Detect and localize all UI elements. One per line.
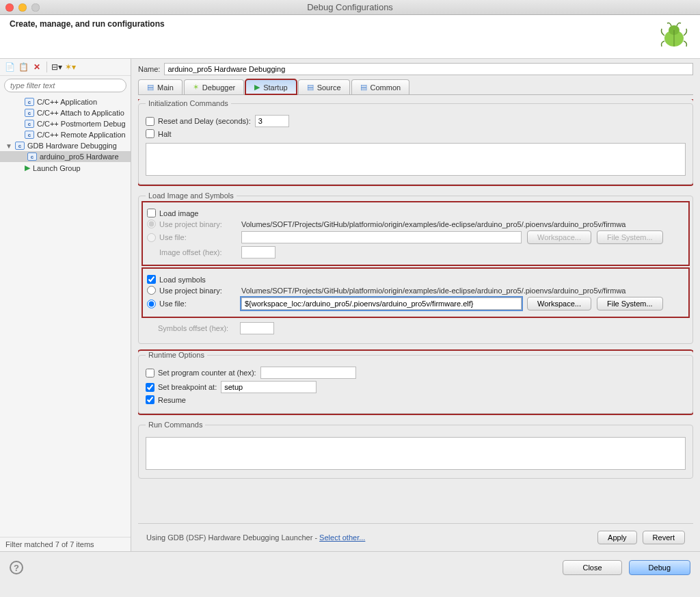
set-breakpoint-checkbox[interactable] <box>146 383 154 392</box>
launcher-text: Using GDB (DSF) Hardware Debugging Launc… <box>146 533 365 542</box>
load-legend: Load Image and Symbols <box>146 191 237 200</box>
filter-input[interactable] <box>4 79 126 92</box>
dialog-footer: ? Close Debug <box>0 551 700 583</box>
filter-status: Filter matched 7 of 7 items <box>0 537 131 551</box>
name-input[interactable] <box>164 63 693 75</box>
delete-config-icon[interactable]: ✕ <box>31 62 42 72</box>
debugger-tab-icon: ✶ <box>193 83 199 92</box>
header: Create, manage, and run configurations <box>0 15 700 59</box>
revert-button[interactable]: Revert <box>643 531 685 544</box>
symbols-file-input[interactable] <box>241 297 522 310</box>
tree-item-cpp-app[interactable]: cC/C++ Application <box>0 96 131 107</box>
help-icon[interactable]: ? <box>10 561 23 574</box>
tab-debugger[interactable]: ✶Debugger <box>184 79 244 94</box>
symbols-project-binary-radio[interactable] <box>147 286 156 295</box>
panel-footer: Using GDB (DSF) Hardware Debugging Launc… <box>138 523 693 551</box>
symbols-binary-path: Volumes/SOFT/Projects/GitHub/platformio/… <box>241 287 684 295</box>
tree-item-cpp-postmortem[interactable]: cC/C++ Postmortem Debug <box>0 118 131 129</box>
runtime-options-group: Runtime Options Set program counter at (… <box>138 351 693 414</box>
startup-tab-icon: ▶ <box>254 83 260 92</box>
load-symbols-section: Load symbols Use project binary:Volumes/… <box>142 267 690 318</box>
tree-item-cpp-attach[interactable]: cC/C++ Attach to Applicatio <box>0 107 131 118</box>
load-symbols-checkbox[interactable] <box>147 275 156 284</box>
titlebar: Debug Configurations <box>0 0 700 15</box>
sidebar-toolbar: 📄 📋 ✕ ⊟▾ ✶▾ <box>0 59 131 76</box>
set-pc-input[interactable] <box>260 367 356 379</box>
c-badge-icon: c <box>25 131 34 139</box>
runtime-legend: Runtime Options <box>146 351 207 359</box>
c-badge-icon: c <box>25 109 34 117</box>
image-offset-input <box>241 246 275 258</box>
config-tree: cC/C++ Application cC/C++ Attach to Appl… <box>0 95 131 175</box>
duplicate-config-icon[interactable]: 📋 <box>18 62 29 72</box>
load-image-section: Load image Use project binary:Volumes/SO… <box>142 201 690 266</box>
init-commands-textarea[interactable] <box>146 143 686 176</box>
tabs: ▤Main ✶Debugger ▶Startup ▤Source ▤Common <box>138 79 693 95</box>
tree-item-launch-group[interactable]: ▶Launch Group <box>0 162 131 174</box>
set-pc-checkbox[interactable] <box>146 369 154 377</box>
runcmd-legend: Run Commands <box>146 421 205 429</box>
window-title: Debug Configurations <box>0 2 700 12</box>
halt-row: Halt <box>146 129 172 138</box>
tab-startup[interactable]: ▶Startup <box>245 79 296 94</box>
load-image-checkbox[interactable] <box>147 209 156 217</box>
image-workspace-button: Workspace... <box>527 230 591 244</box>
image-project-binary-radio <box>147 220 156 228</box>
symbols-workspace-button[interactable]: Workspace... <box>527 297 591 310</box>
apply-button[interactable]: Apply <box>597 531 637 544</box>
symbols-filesystem-button[interactable]: File System... <box>597 297 663 310</box>
reset-delay-row: Reset and Delay (seconds): <box>146 117 251 126</box>
name-label: Name: <box>138 65 160 73</box>
symbols-offset-input <box>240 322 274 334</box>
resume-checkbox[interactable] <box>146 395 154 404</box>
source-tab-icon: ▤ <box>307 83 314 92</box>
run-commands-group: Run Commands <box>138 421 693 479</box>
name-row: Name: <box>138 63 693 75</box>
init-commands-group: Initialization Commands Reset and Delay … <box>138 99 693 185</box>
run-commands-textarea[interactable] <box>146 437 686 470</box>
tab-main[interactable]: ▤Main <box>138 79 183 94</box>
c-badge-icon: c <box>27 152 37 161</box>
set-breakpoint-input[interactable] <box>221 381 317 393</box>
toolbar-separator <box>46 62 47 72</box>
tab-source[interactable]: ▤Source <box>298 79 350 94</box>
reset-delay-checkbox[interactable] <box>146 117 154 126</box>
new-config-icon[interactable]: 📄 <box>4 62 15 72</box>
tab-common[interactable]: ▤Common <box>351 79 410 94</box>
c-badge-icon: c <box>25 98 34 106</box>
c-badge-icon: c <box>15 142 25 150</box>
main: 📄 📋 ✕ ⊟▾ ✶▾ cC/C++ Application cC/C++ At… <box>0 59 700 551</box>
image-use-file-radio <box>147 233 156 242</box>
c-badge-icon: c <box>25 120 34 128</box>
tab-content: Initialization Commands Reset and Delay … <box>138 99 693 523</box>
sidebar: 📄 📋 ✕ ⊟▾ ✶▾ cC/C++ Application cC/C++ At… <box>0 59 131 551</box>
image-binary-path: Volumes/SOFT/Projects/GitHub/platformio/… <box>241 220 684 228</box>
filter-icon[interactable]: ✶▾ <box>65 62 76 72</box>
main-tab-icon: ▤ <box>147 83 154 92</box>
play-icon: ▶ <box>25 163 30 172</box>
symbols-offset-label: Symbols offset (hex): <box>146 324 234 332</box>
header-subtitle: Create, manage, and run configurations <box>10 19 165 29</box>
expand-arrow-icon[interactable]: ▼ <box>5 142 12 150</box>
load-group: Load Image and Symbols Load image Use pr… <box>138 191 693 344</box>
collapse-icon[interactable]: ⊟▾ <box>51 62 62 72</box>
halt-checkbox[interactable] <box>146 129 154 138</box>
tree-item-arduino-pro5[interactable]: carduino_pro5 Hardware <box>0 151 131 162</box>
tree-item-cpp-remote[interactable]: cC/C++ Remote Application <box>0 129 131 140</box>
debug-button[interactable]: Debug <box>629 560 690 575</box>
bug-icon <box>658 19 690 53</box>
tree-item-gdb-hw[interactable]: ▼cGDB Hardware Debugging <box>0 140 131 151</box>
image-file-input <box>241 231 522 243</box>
select-launcher-link[interactable]: Select other... <box>319 533 365 542</box>
close-button[interactable]: Close <box>563 560 621 575</box>
image-filesystem-button: File System... <box>597 230 663 244</box>
image-offset-label: Image offset (hex): <box>147 248 236 256</box>
config-panel: Name: ▤Main ✶Debugger ▶Startup ▤Source ▤… <box>131 59 700 551</box>
common-tab-icon: ▤ <box>360 83 367 92</box>
reset-delay-input[interactable] <box>255 115 289 127</box>
init-legend: Initialization Commands <box>146 99 231 107</box>
symbols-use-file-radio[interactable] <box>147 300 156 308</box>
